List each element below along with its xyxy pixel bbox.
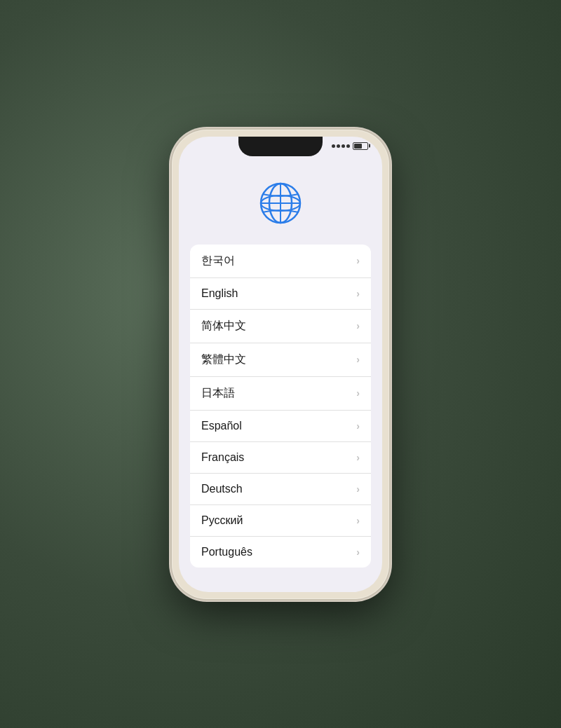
phone-screen: 한국어›English›简体中文›繁體中文›日本語›Español›França… [179,137,382,592]
language-item-russian[interactable]: Русский› [190,505,371,537]
language-item-german[interactable]: Deutsch› [190,474,371,505]
language-item-korean[interactable]: 한국어› [190,245,371,278]
chevron-icon-german: › [356,483,360,495]
language-label-korean: 한국어 [201,254,235,268]
language-label-german: Deutsch [201,483,243,495]
chevron-icon-traditional-chinese: › [356,354,360,365]
battery-icon [353,142,368,150]
phone-wrapper: 한국어›English›简体中文›繁體中文›日本語›Español›França… [172,130,389,599]
language-item-spanish[interactable]: Español› [190,411,371,442]
language-item-simplified-chinese[interactable]: 简体中文› [190,310,371,343]
status-bar [332,142,368,150]
language-item-french[interactable]: Français› [190,442,371,474]
screen-content: 한국어›English›简体中文›繁體中文›日本語›Español›França… [179,137,382,592]
chevron-icon-french: › [356,452,360,463]
language-list: 한국어›English›简体中文›繁體中文›日本語›Español›França… [190,245,371,568]
signal-dot-1 [332,144,335,148]
chevron-icon-spanish: › [356,420,360,432]
chevron-icon-korean: › [356,255,360,266]
language-label-simplified-chinese: 简体中文 [201,319,246,334]
language-label-russian: Русский [201,514,243,527]
language-label-portuguese: Português [201,546,252,558]
language-label-japanese: 日本語 [201,386,235,401]
chevron-icon-simplified-chinese: › [356,320,360,331]
globe-icon [256,179,305,228]
language-label-spanish: Español [201,420,242,432]
language-item-traditional-chinese[interactable]: 繁體中文› [190,343,371,377]
chevron-icon-japanese: › [356,387,360,399]
signal-indicator [332,144,350,148]
language-label-english: English [201,287,238,300]
signal-dot-2 [337,144,340,148]
chevron-icon-russian: › [356,515,360,526]
signal-dot-4 [346,144,350,148]
signal-dot-3 [342,144,345,148]
chevron-icon-portuguese: › [356,547,360,558]
phone-device: 한국어›English›简体中文›繁體中文›日本語›Español›França… [172,130,389,599]
language-label-french: Français [201,451,244,464]
language-label-traditional-chinese: 繁體中文 [201,352,246,367]
phone-notch [238,137,323,156]
chevron-icon-english: › [356,288,360,299]
language-item-portuguese[interactable]: Português› [190,537,371,568]
battery-fill [354,144,362,149]
language-item-english[interactable]: English› [190,278,371,310]
language-item-japanese[interactable]: 日本語› [190,377,371,411]
